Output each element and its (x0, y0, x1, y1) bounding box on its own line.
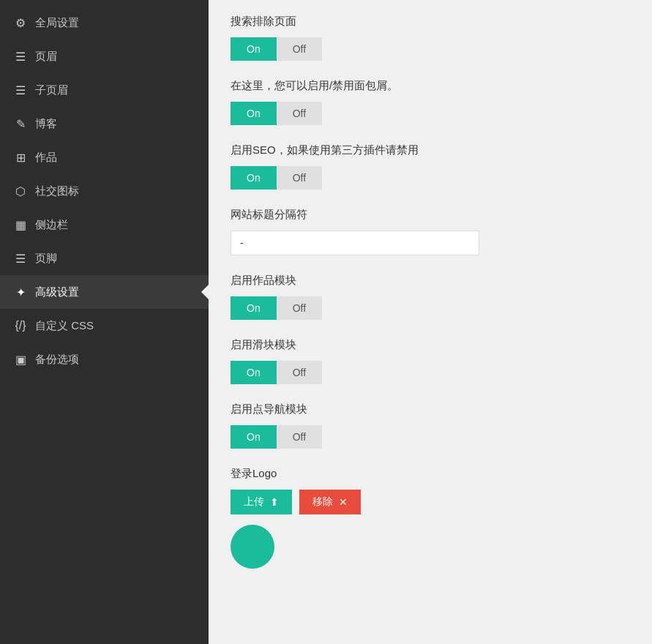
input-title-separator[interactable] (231, 231, 479, 255)
sidebar-item-works[interactable]: ⊞作品 (0, 141, 209, 174)
toggle-on-seo-enable[interactable]: On (231, 166, 277, 190)
sidebar-item-advanced-settings[interactable]: ✦高级设置 (0, 275, 209, 309)
sidebar-label-social-icons: 社交图标 (35, 184, 79, 198)
sidebar-label-blog: 博客 (35, 117, 57, 131)
sidebar-item-social-icons[interactable]: ⬡社交图标 (0, 174, 209, 208)
sidebar-label-sub-header: 子页眉 (35, 83, 68, 97)
sidebar-item-custom-css[interactable]: {/}自定义 CSS (0, 309, 209, 342)
sidebar-icon-footer: ☰ (13, 251, 28, 266)
section-title-nav-module: 启用点导航模块 (231, 402, 630, 416)
sidebar-label-footer: 页脚 (35, 252, 57, 266)
toggle-off-search-exclude[interactable]: Off (277, 37, 322, 61)
sidebar-item-blog[interactable]: ✎博客 (0, 107, 209, 141)
toggle-group-works-module: OnOff (231, 296, 630, 320)
upload-row-login-logo: 上传⬆移除 ✕ (231, 490, 630, 514)
section-title-works-module: 启用作品模块 (231, 274, 630, 288)
section-seo-enable: 启用SEO，如果使用第三方插件请禁用OnOff (231, 143, 630, 190)
sidebar-icon-advanced-settings: ✦ (13, 285, 28, 299)
sidebar-icon-blog: ✎ (13, 116, 28, 131)
section-works-module: 启用作品模块OnOff (231, 274, 630, 320)
sidebar-item-footer[interactable]: ☰页脚 (0, 242, 209, 275)
sidebar-active-arrow (201, 285, 209, 299)
section-title-title-separator: 网站标题分隔符 (231, 208, 630, 222)
upload-label: 上传 (244, 495, 264, 509)
sidebar-label-global-settings: 全局设置 (35, 16, 79, 30)
sidebar-icon-sidebar-menu: ▦ (13, 217, 28, 232)
toggle-group-slider-module: OnOff (231, 361, 630, 384)
sidebar-icon-header: ☰ (13, 49, 28, 64)
sidebar-icon-works: ⊞ (13, 150, 28, 165)
toggle-off-slider-module[interactable]: Off (277, 361, 322, 384)
sidebar-item-sidebar-menu[interactable]: ▦侧边栏 (0, 208, 209, 242)
section-title-breadcrumb-enable: 在这里，您可以启用/禁用面包屑。 (231, 79, 630, 93)
toggle-group-nav-module: OnOff (231, 425, 630, 449)
toggle-on-works-module[interactable]: On (231, 296, 277, 320)
toggle-on-nav-module[interactable]: On (231, 425, 277, 449)
section-title-search-exclude: 搜索排除页面 (231, 15, 630, 29)
logo-preview (231, 525, 274, 569)
upload-icon: ⬆ (270, 496, 279, 508)
sidebar-item-global-settings[interactable]: ⚙全局设置 (0, 6, 209, 40)
sidebar-icon-social-icons: ⬡ (13, 184, 28, 198)
remove-icon: ✕ (339, 496, 348, 508)
section-title-slider-module: 启用滑块模块 (231, 338, 630, 352)
section-search-exclude: 搜索排除页面OnOff (231, 15, 630, 61)
toggle-off-seo-enable[interactable]: Off (277, 166, 322, 190)
section-login-logo: 登录Logo上传⬆移除 ✕ (231, 467, 630, 569)
toggle-on-slider-module[interactable]: On (231, 361, 277, 384)
toggle-on-breadcrumb-enable[interactable]: On (231, 102, 277, 125)
sidebar-icon-backup-options: ▣ (13, 352, 28, 367)
upload-button[interactable]: 上传⬆ (231, 490, 292, 514)
toggle-on-search-exclude[interactable]: On (231, 37, 277, 61)
sidebar-label-custom-css: 自定义 CSS (35, 319, 94, 333)
section-title-seo-enable: 启用SEO，如果使用第三方插件请禁用 (231, 143, 630, 157)
toggle-off-nav-module[interactable]: Off (277, 425, 322, 449)
sidebar-item-backup-options[interactable]: ▣备份选项 (0, 342, 209, 376)
sidebar-icon-sub-header: ☰ (13, 83, 28, 97)
sidebar-label-sidebar-menu: 侧边栏 (35, 218, 68, 232)
remove-label: 移除 (312, 495, 333, 509)
sidebar-label-header: 页眉 (35, 50, 57, 64)
toggle-off-breadcrumb-enable[interactable]: Off (277, 102, 322, 125)
toggle-group-search-exclude: OnOff (231, 37, 630, 61)
toggle-group-breadcrumb-enable: OnOff (231, 102, 630, 125)
section-breadcrumb-enable: 在这里，您可以启用/禁用面包屑。OnOff (231, 79, 630, 125)
sidebar-item-header[interactable]: ☰页眉 (0, 40, 209, 73)
section-title-separator: 网站标题分隔符 (231, 208, 630, 255)
sidebar-icon-global-settings: ⚙ (13, 15, 28, 30)
section-title-login-logo: 登录Logo (231, 467, 630, 481)
sidebar: ⚙全局设置☰页眉☰子页眉✎博客⊞作品⬡社交图标▦侧边栏☰页脚✦高级设置{/}自定… (0, 0, 209, 644)
sidebar-icon-custom-css: {/} (13, 318, 28, 333)
remove-button[interactable]: 移除 ✕ (299, 490, 361, 514)
sidebar-label-works: 作品 (35, 151, 57, 165)
sidebar-item-sub-header[interactable]: ☰子页眉 (0, 73, 209, 107)
toggle-group-seo-enable: OnOff (231, 166, 630, 190)
section-nav-module: 启用点导航模块OnOff (231, 402, 630, 449)
toggle-off-works-module[interactable]: Off (277, 296, 322, 320)
main-content: 搜索排除页面OnOff在这里，您可以启用/禁用面包屑。OnOff启用SEO，如果… (209, 0, 652, 644)
section-slider-module: 启用滑块模块OnOff (231, 338, 630, 384)
sidebar-label-backup-options: 备份选项 (35, 353, 79, 367)
sidebar-label-advanced-settings: 高级设置 (35, 285, 79, 299)
